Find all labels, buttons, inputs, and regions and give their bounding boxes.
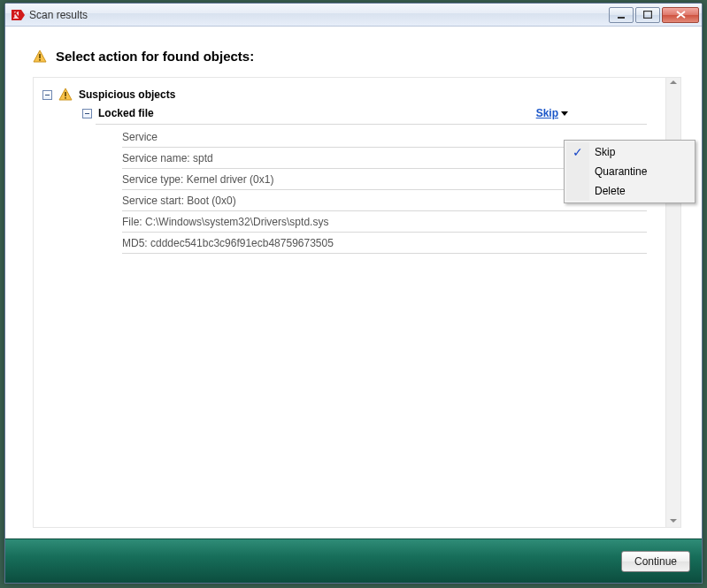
action-dropdown-menu: ✓ Skip Quarantine Delete [564,140,695,203]
svg-rect-8 [65,97,66,99]
window-title: Scan results [29,9,609,21]
svg-rect-5 [39,54,41,58]
content-area: Select action for found objects: Suspici… [5,27,702,538]
scroll-down-icon[interactable] [670,519,677,523]
svg-rect-4 [644,11,652,19]
check-icon: ✓ [573,145,583,159]
detail-row: File: C:\Windows\system32\Drivers\sptd.s… [122,211,647,233]
detail-row: MD5: cdddec541bc3c96f91ecb48759673505 [122,233,647,254]
collapse-icon[interactable] [82,109,92,118]
dropdown-item-delete[interactable]: Delete [566,181,693,201]
scan-results-window: K Scan results Select action for found o… [4,3,703,584]
dropdown-item-label: Skip [595,146,615,158]
close-button[interactable] [662,7,699,23]
heading-row: Select action for found objects: [33,49,681,64]
chevron-down-icon [561,111,568,116]
collapse-icon[interactable] [42,90,52,100]
continue-button[interactable]: Continue [621,551,690,572]
warning-icon [33,50,47,64]
dropdown-item-label: Delete [595,185,626,197]
titlebar[interactable]: K Scan results [5,4,702,27]
svg-text:K: K [12,8,20,20]
page-title: Select action for found objects: [56,49,254,64]
dropdown-item-quarantine[interactable]: Quarantine [566,162,693,181]
divider [96,124,647,125]
svg-rect-3 [618,17,625,19]
item-row[interactable]: Locked file Skip [34,104,663,122]
category-label: Suspicious objects [79,88,175,101]
minimize-button[interactable] [609,7,634,23]
warning-icon [58,88,73,102]
svg-rect-6 [39,59,41,61]
app-icon: K [11,8,25,22]
scroll-up-icon[interactable] [670,80,677,84]
dropdown-item-skip[interactable]: ✓ Skip [566,142,693,162]
action-link-label: Skip [536,107,558,119]
item-label: Locked file [98,107,154,119]
window-controls [609,7,702,23]
dropdown-item-label: Quarantine [595,165,647,178]
maximize-button[interactable] [635,7,660,23]
svg-rect-7 [65,92,66,96]
category-row[interactable]: Suspicious objects [34,85,663,104]
action-dropdown-link[interactable]: Skip [536,107,570,119]
footer: Continue [5,538,702,583]
